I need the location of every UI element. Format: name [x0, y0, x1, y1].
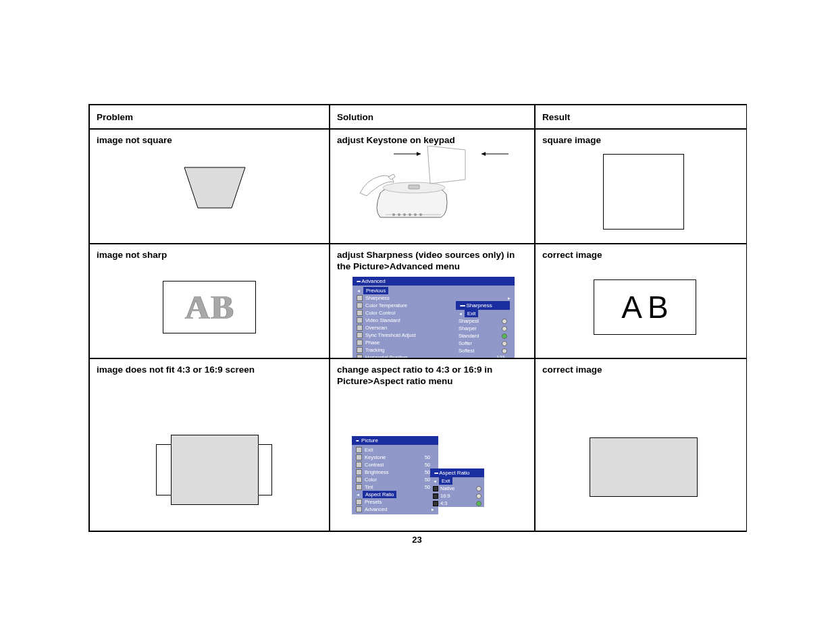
header-problem-label: Problem	[97, 112, 133, 122]
header-result-label: Result	[542, 112, 570, 122]
svg-marker-2	[417, 152, 421, 156]
header-solution: Solution	[330, 105, 535, 129]
menu-item: ◄Aspect Ratio	[352, 491, 438, 498]
advanced-menu-header: ••• Advanced	[353, 277, 515, 286]
svg-marker-14	[427, 146, 465, 184]
square-image-icon	[603, 154, 684, 230]
aspect-ratio-submenu-header: ••• Aspect Ratio	[430, 468, 484, 477]
row2-problem: image not sharp A B	[89, 244, 330, 358]
row3-solution: change aspect ratio to 4:3 or 16:9 in Pi…	[330, 358, 535, 531]
row2-result: correct image A B	[535, 244, 747, 358]
row1-result-text: square image	[542, 135, 739, 145]
row1-problem-text: image not square	[97, 135, 322, 145]
row1-solution-text: adjust Keystone on keypad	[337, 135, 527, 146]
row3-problem: image does not fit 4:3 or 16:9 screen	[89, 358, 330, 531]
header-solution-label: Solution	[337, 112, 373, 122]
row3-result-text: correct image	[542, 365, 739, 375]
row2-result-text: correct image	[542, 250, 739, 260]
blur-letter-a: A	[185, 288, 208, 327]
menu-item: ◄Exit	[456, 310, 510, 317]
blurry-image-icon: A B	[163, 281, 256, 333]
row1-solution: adjust Keystone on keypad	[330, 129, 535, 244]
svg-point-13	[419, 213, 422, 216]
aspect-ratio-submenu: ••• Aspect Ratio ◄ExitNative16:94:3	[430, 468, 484, 507]
menu-item: ◄Previous	[353, 287, 515, 294]
menu-item: Presets▸	[352, 498, 438, 506]
svg-point-8	[392, 213, 395, 216]
row3-result: correct image	[535, 358, 747, 531]
row1-result: square image	[535, 129, 747, 244]
blur-letter-b: B	[211, 288, 233, 327]
row3-solution-text: change aspect ratio to 4:3 or 16:9 in Pi…	[337, 365, 527, 387]
svg-point-9	[398, 213, 400, 216]
sharp-image-icon: A B	[594, 279, 696, 335]
picture-menu: •• Picture ExitKeystone50Contrast50Brigh…	[352, 436, 438, 514]
header-result: Result	[535, 105, 747, 129]
sharpness-submenu-header: •••• Sharpness	[456, 301, 510, 310]
svg-rect-6	[409, 185, 419, 189]
svg-marker-4	[481, 152, 486, 156]
menu-item: Tint50	[352, 483, 438, 491]
svg-point-12	[414, 213, 417, 216]
menu-item: Color50	[352, 476, 438, 483]
menu-item: Native	[430, 485, 484, 492]
svg-point-11	[409, 213, 411, 216]
menu-item: Softer	[456, 340, 510, 347]
menu-item: Contrast50	[352, 461, 438, 468]
projector-keystone-illustration	[346, 146, 515, 227]
menu-item: Sharper	[456, 325, 510, 332]
menu-item: ◄Exit	[430, 477, 484, 485]
correct-aspect-icon	[590, 437, 698, 497]
menu-item: Keystone50	[352, 454, 438, 461]
menu-item: Horizontal Position-123-	[353, 354, 515, 358]
menu-item: Brightness50	[352, 468, 438, 476]
menu-item: Sharpest	[456, 317, 510, 325]
menu-item: Exit	[352, 446, 438, 454]
sharp-letter-a: A	[621, 289, 642, 325]
menu-item: Softest	[456, 347, 510, 354]
svg-point-10	[403, 213, 406, 216]
sharp-letter-b: B	[648, 289, 669, 325]
menu-item: 16:9	[430, 492, 484, 500]
row2-problem-text: image not sharp	[97, 250, 322, 260]
menu-item: 4:3	[430, 500, 484, 507]
troubleshooting-page: Problem Solution Result image not square…	[88, 104, 747, 532]
trapezoid-icon	[178, 161, 252, 215]
row2-solution: adjust Sharpness (video sources only) in…	[330, 244, 535, 358]
svg-marker-0	[184, 167, 245, 208]
menu-item: Standard	[456, 332, 510, 340]
header-problem: Problem	[89, 105, 330, 129]
sharpness-submenu: •••• Sharpness ◄ExitSharpestSharperStand…	[456, 301, 510, 354]
aspect-mismatch-icon	[156, 435, 284, 508]
row2-solution-text: adjust Sharpness (video sources only) in…	[337, 250, 527, 273]
menu-item: Advanced▸	[352, 506, 438, 513]
row1-problem: image not square	[89, 129, 330, 244]
row3-problem-text: image does not fit 4:3 or 16:9 screen	[97, 365, 322, 375]
page-number: 23	[0, 535, 834, 545]
troubleshooting-table: Problem Solution Result image not square…	[88, 104, 747, 532]
picture-menu-header: •• Picture	[352, 436, 438, 445]
